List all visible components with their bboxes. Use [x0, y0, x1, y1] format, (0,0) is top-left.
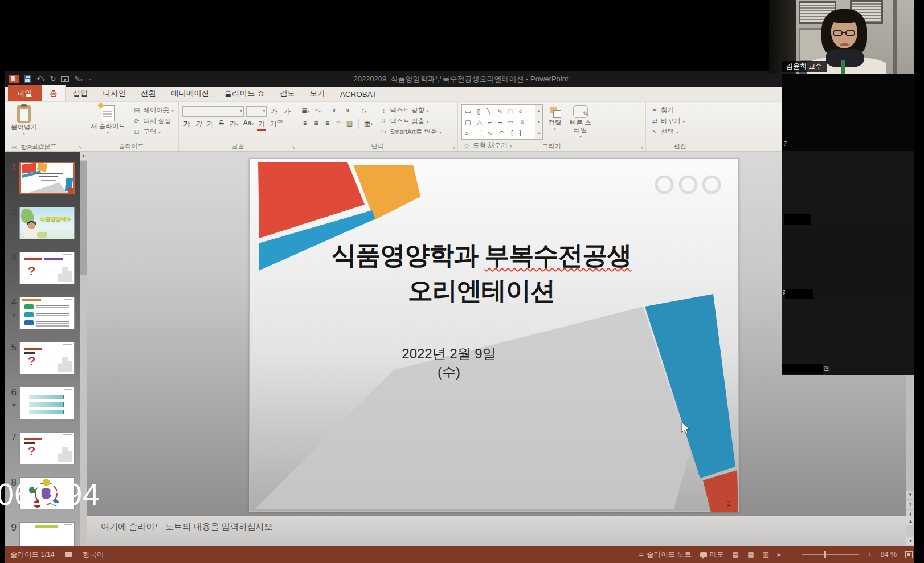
watermark-number: 061594 [0, 476, 100, 512]
tab-view[interactable]: 보기 [302, 85, 333, 101]
thumbnail-slide-5[interactable]: 5 ? [7, 342, 77, 374]
tab-review[interactable]: 검토 [272, 85, 302, 101]
undo-icon[interactable]: ↶▾ [36, 75, 44, 83]
columns-button[interactable]: ▥ [345, 119, 354, 128]
save-icon[interactable] [24, 75, 31, 83]
slide-title[interactable]: 식품영양학과 부복수전공생 오리엔테이션 [250, 238, 713, 309]
zoom-out-button[interactable]: − [790, 550, 794, 558]
arrange-button[interactable]: 정렬 ▾ [545, 104, 564, 140]
font-size-combo[interactable] [246, 106, 267, 117]
slide-sorter-view-icon[interactable]: ▦ [747, 550, 754, 558]
tab-home[interactable]: 홈 [42, 85, 66, 101]
bullets-button[interactable]: ≣▾ [301, 106, 311, 115]
numbering-button[interactable]: ≡▾ [313, 106, 322, 115]
quick-access-toolbar: ↶▾ ↻ ✎▾ ⌄ [5, 75, 92, 83]
justify-button[interactable]: ≣ [334, 119, 342, 128]
new-slide-button[interactable]: 새 슬라이드 ▾ [88, 104, 128, 142]
section-button[interactable]: ⊟구역▾ [133, 128, 174, 136]
slide-counter[interactable]: 슬라이드 1/14 [10, 550, 55, 560]
notes-pane[interactable]: 여기에 슬라이드 노트의 내용을 입력하십시오 ▲ ▼ [87, 516, 917, 546]
increase-indent-button[interactable]: ⇥ [342, 106, 350, 115]
notes-toggle-button[interactable]: ≐슬라이드 노트 [638, 550, 692, 560]
group-label-paragraph: 단락 [297, 142, 457, 150]
next-slide-icon[interactable]: ⇟ [906, 510, 914, 516]
thumbnail-slide-3[interactable]: 3 ? [7, 252, 77, 284]
char-spacing-button[interactable]: 간▾ [228, 119, 240, 129]
table-layout-button[interactable]: ▦▾ [363, 119, 374, 128]
font-name-combo[interactable] [182, 106, 244, 117]
zoom-slider[interactable] [802, 554, 859, 555]
strikethrough-button[interactable]: S [217, 119, 226, 128]
dialog-launcher-icon[interactable]: ↘ [291, 145, 295, 150]
line-spacing-button[interactable]: ↕▾ [359, 106, 368, 115]
thumbnail-slide-7[interactable]: 7 ? [7, 432, 77, 464]
dialog-launcher-icon[interactable]: ↘ [78, 145, 82, 150]
replace-button[interactable]: ⇄바꾸기▾ [651, 117, 685, 125]
find-button[interactable]: ⚭찾기 [651, 106, 685, 115]
shapes-gallery[interactable]: ▭ ▯ ╲ ⇘ □ ○▢ △ ⌐ ¬ ⇨ ⇩⌂ ⌒ ∿ ◠ { } [461, 104, 535, 140]
tab-slideshow[interactable]: 슬라이드 쇼 [217, 85, 272, 101]
dialog-launcher-icon[interactable]: ↘ [452, 145, 456, 150]
zoom-in-button[interactable]: + [868, 550, 872, 558]
select-button[interactable]: ↖선택▾ [651, 128, 685, 136]
tab-acrobat[interactable]: ACROBAT [333, 87, 384, 101]
underline-button[interactable]: 가 [206, 119, 215, 129]
decrease-indent-button[interactable]: ⇤ [331, 106, 340, 115]
start-slideshow-icon[interactable] [61, 76, 69, 82]
spellcheck-icon[interactable] [65, 552, 72, 557]
slide-date[interactable]: 2022년 2월 9일 (수) [392, 345, 506, 381]
mouse-cursor [681, 422, 692, 435]
comments-toggle-button[interactable]: 메모 [700, 550, 724, 560]
italic-button[interactable]: 가 [194, 119, 203, 129]
participant-video-tile[interactable]: 김 [782, 74, 914, 151]
reset-button[interactable]: ⟳다시 설정 [133, 117, 174, 125]
thumbnail-slide-6[interactable]: 6 ★ [7, 387, 77, 419]
tab-transitions[interactable]: 전환 [133, 85, 163, 101]
bold-button[interactable]: 가 [182, 119, 191, 129]
webcam-video[interactable]: 김윤희 교수 [769, 0, 914, 74]
previous-slide-icon[interactable]: ⇞ [906, 500, 914, 509]
customize-qat-icon[interactable]: ⌄ [88, 76, 92, 81]
shrink-font-button[interactable]: 가ˇ [283, 106, 293, 117]
slide-canvas[interactable]: 식품영양학과 부복수전공생 오리엔테이션 2022년 2월 9일 (수) 1 [249, 158, 739, 512]
font-color-button[interactable]: 가 [257, 119, 266, 131]
text-direction-button[interactable]: ↕텍스트 방향▾ [379, 106, 441, 115]
normal-view-icon[interactable]: ▤ [733, 550, 739, 558]
quick-styles-button[interactable]: 빠른 스타일 ▾ [567, 104, 594, 140]
thumbnail-slide-2[interactable]: 2 식품영양학과 [7, 207, 77, 239]
paste-button[interactable]: 붙여넣기 ▾ [8, 104, 40, 142]
grow-font-button[interactable]: 가ˆ [269, 106, 280, 117]
dialog-launcher-icon[interactable]: ↘ [640, 145, 644, 150]
thumbnail-slide-1[interactable]: 1 [7, 162, 77, 194]
participant-video-tile[interactable] [782, 151, 914, 225]
convert-smartart-button[interactable]: ↪SmartArt로 변환▾ [379, 128, 441, 136]
align-text-button[interactable]: ⇳텍스트 맞춤▾ [379, 117, 441, 125]
align-left-button[interactable]: ≡ [301, 119, 309, 128]
participant-video-tile[interactable]: 김 [782, 225, 914, 300]
laser-pointer-icon[interactable]: ✎▾ [74, 75, 82, 83]
slideshow-view-icon[interactable]: ▸ [778, 550, 781, 558]
language-indicator[interactable]: 한국어 [83, 550, 104, 560]
scroll-up-icon[interactable]: ▲ [80, 152, 87, 160]
tab-insert[interactable]: 삽입 [66, 85, 96, 101]
zoom-level[interactable]: 84 % [881, 550, 897, 558]
tab-file[interactable]: 파일 [8, 85, 42, 101]
align-center-button[interactable]: ≡ [312, 119, 320, 128]
tab-design[interactable]: 디자인 [96, 85, 134, 101]
shapes-gallery-scroll[interactable]: ▴▾≂ [535, 104, 543, 140]
scroll-down-icon[interactable]: ▼ [906, 491, 914, 499]
thumbnail-slide-4[interactable]: 4 ★ [7, 297, 77, 329]
layout-button[interactable]: ▤레이아웃▾ [133, 106, 174, 115]
notes-placeholder[interactable]: 여기에 슬라이드 노트의 내용을 입력하십시오 [101, 521, 273, 532]
fit-to-window-icon[interactable] [905, 551, 913, 558]
participant-video-tile[interactable]: 현 [782, 300, 914, 375]
change-case-button[interactable]: Aa▾ [242, 119, 255, 128]
clear-formatting-button[interactable]: 가⌫ [269, 119, 284, 129]
group-label-editing: 편집 [646, 142, 714, 150]
tab-animations[interactable]: 애니메이션 [163, 85, 217, 101]
reading-view-icon[interactable]: ▥ [763, 550, 769, 558]
thumbnail-slide-9[interactable]: 9 [7, 522, 77, 546]
zoom-slider-thumb[interactable] [824, 551, 826, 558]
align-right-button[interactable]: ≡ [323, 119, 332, 128]
redo-icon[interactable]: ↻ [50, 75, 56, 83]
